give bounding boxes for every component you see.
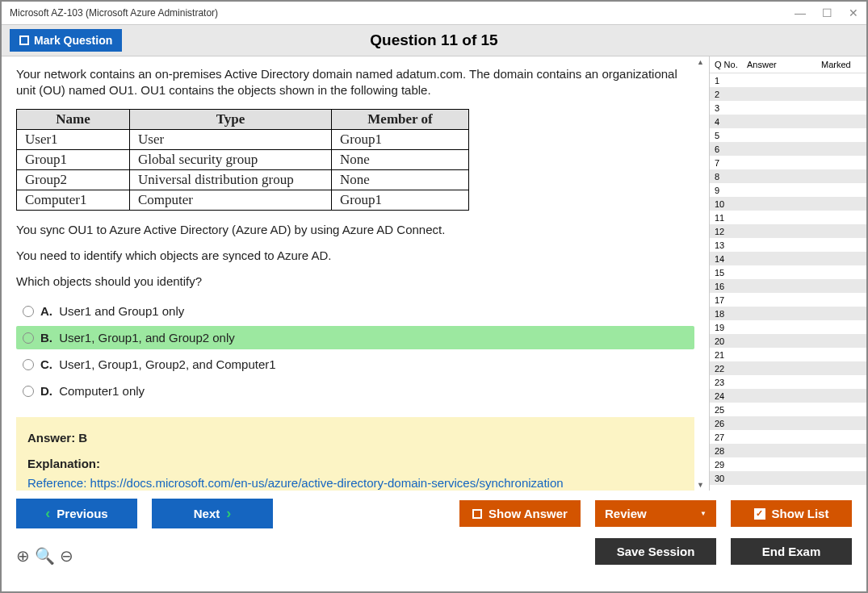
question-list-row[interactable]: 23 [710,375,866,389]
question-list-header: Q No. Answer Marked [710,56,866,73]
question-list-panel: Q No. Answer Marked 12345678910111213141… [709,56,866,491]
scroll-up-icon[interactable]: ▲ [694,56,707,68]
question-list-row[interactable]: 21 [710,348,866,361]
next-button[interactable]: Next [152,499,273,528]
question-list-row[interactable]: 13 [710,238,866,252]
chevron-down-icon: ▼ [700,510,707,517]
maximize-icon[interactable]: ☐ [822,6,832,19]
titlebar: Microsoft AZ-103 (Microsoft Azure Admini… [2,2,866,24]
zoom-in-icon[interactable]: 🔍 [35,546,55,566]
review-button[interactable]: Review ▼ [595,500,716,527]
question-list-row[interactable]: 26 [710,416,866,430]
question-list-scroll[interactable]: 1234567891011121314151617181920212223242… [710,73,866,491]
answer-option[interactable]: A. User1 and Group1 only [16,299,694,323]
close-icon[interactable]: ✕ [849,6,858,19]
table-row: User1UserGroup1 [17,129,469,149]
chevron-right-icon [226,505,231,522]
question-list-row[interactable]: 7 [710,156,866,169]
previous-button[interactable]: Previous [16,499,137,528]
bottom-bar: Previous Next Show Answer Review ▼ ✓ Sho… [2,491,866,566]
show-list-button[interactable]: ✓ Show List [731,500,852,527]
answer-options: A. User1 and Group1 onlyB. User1, Group1… [16,299,694,403]
table-row: Group2Universal distribution groupNone [17,169,469,190]
header-marked: Marked [821,60,862,69]
square-icon [472,509,482,519]
question-list-row[interactable]: 12 [710,224,866,238]
table-header-name: Name [17,109,130,129]
zoom-out-icon[interactable]: ⊖ [60,546,73,566]
question-list-row[interactable]: 15 [710,265,866,279]
window-title: Microsoft AZ-103 (Microsoft Azure Admini… [10,7,218,19]
question-list-row[interactable]: 25 [710,403,866,416]
question-list-row[interactable]: 3 [710,101,866,115]
table-header-type: Type [130,109,332,129]
radio-icon [23,332,34,344]
question-list-row[interactable]: 4 [710,115,866,128]
question-list-row[interactable]: 18 [710,307,866,320]
objects-table: Name Type Member of User1UserGroup1Group… [16,109,469,211]
question-list-row[interactable]: 17 [710,293,866,307]
question-list-row[interactable]: 10 [710,197,866,211]
table-row: Group1Global security groupNone [17,149,469,169]
question-list-row[interactable]: 6 [710,142,866,156]
table-row: Computer1ComputerGroup1 [17,190,469,210]
header-answer: Answer [747,60,821,69]
radio-icon [23,386,34,397]
question-text-3: You need to identify which objects are s… [16,248,694,264]
check-icon: ✓ [754,508,765,520]
question-list-row[interactable]: 19 [710,320,866,334]
body: ▲ Your network contains an on-premises A… [2,56,866,491]
question-list-row[interactable]: 28 [710,444,866,457]
scroll-down-icon[interactable]: ▼ [694,479,707,491]
question-list-row[interactable]: 9 [710,183,866,197]
question-counter: Question 11 of 15 [370,31,497,49]
question-list-row[interactable]: 22 [710,361,866,375]
minimize-icon[interactable]: — [795,6,806,19]
mark-question-button[interactable]: Mark Question [10,29,122,52]
question-list-row[interactable]: 24 [710,389,866,403]
save-session-button[interactable]: Save Session [595,538,716,565]
zoom-controls: ⊕ 🔍 ⊖ [16,546,73,566]
question-list-row[interactable]: 29 [710,457,866,471]
question-list-row[interactable]: 8 [710,169,866,183]
end-exam-button[interactable]: End Exam [731,538,852,565]
question-list-row[interactable]: 16 [710,279,866,293]
question-text-2: You sync OU1 to Azure Active Directory (… [16,222,694,238]
radio-icon [23,359,34,370]
zoom-reset-icon[interactable]: ⊕ [16,546,30,566]
radio-icon [23,306,34,317]
toolbar: Mark Question Question 11 of 15 [2,24,866,56]
answer-box: Answer: B Explanation: Reference: https:… [16,417,694,491]
reference-line: Reference: https://docs.microsoft.com/en… [27,474,683,491]
question-list-row[interactable]: 1 [710,73,866,87]
question-panel: ▲ Your network contains an on-premises A… [2,56,709,491]
question-text-4: Which objects should you identify? [16,274,694,290]
chevron-left-icon [45,505,50,522]
answer-option[interactable]: D. Computer1 only [16,379,694,403]
checkbox-icon [19,35,29,45]
answer-option[interactable]: B. User1, Group1, and Group2 only [16,326,694,349]
question-list-row[interactable]: 2 [710,87,866,101]
question-list-row[interactable]: 20 [710,334,866,348]
window-controls: — ☐ ✕ [795,6,858,19]
question-list-row[interactable]: 11 [710,211,866,224]
show-answer-button[interactable]: Show Answer [459,500,581,527]
question-list-row[interactable]: 5 [710,128,866,142]
question-text-1: Your network contains an on-premises Act… [16,66,694,99]
explanation-label: Explanation: [27,454,683,474]
answer-option[interactable]: C. User1, Group1, Group2, and Computer1 [16,353,694,376]
table-header-memberof: Member of [332,109,469,129]
mark-question-label: Mark Question [34,34,112,47]
reference-link[interactable]: https://docs.microsoft.com/en-us/azure/a… [90,476,564,490]
question-list-row[interactable]: 14 [710,252,866,265]
question-list-row[interactable]: 27 [710,430,866,444]
question-list-row[interactable]: 30 [710,471,866,485]
header-qno: Q No. [715,60,747,69]
answer-label: Answer: B [27,428,683,448]
